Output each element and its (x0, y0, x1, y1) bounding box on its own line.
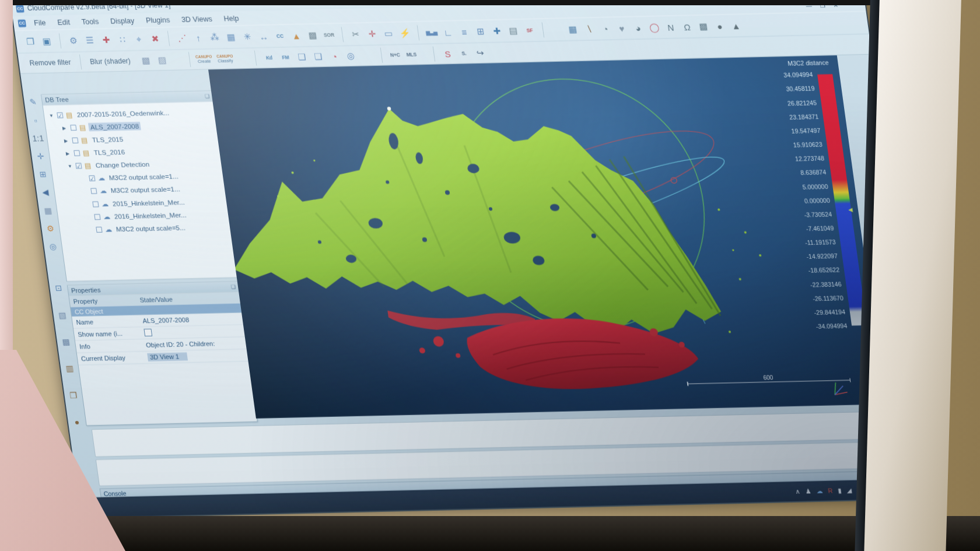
merge-icon[interactable]: ✚ (98, 33, 114, 47)
point-list-icon[interactable]: ▫ (29, 115, 43, 125)
sample-points-icon[interactable]: ⁂ (206, 30, 223, 44)
one-to-one-zoom-icon[interactable]: 1:1 (31, 133, 45, 143)
property-column-label: Property (69, 296, 138, 305)
properties-list-icon[interactable]: ☰ (82, 33, 98, 47)
menu-file[interactable]: File (29, 17, 51, 28)
point-picking-icon[interactable]: ∷ (114, 32, 131, 47)
histogram-icon[interactable]: ▆▃▅ (424, 25, 440, 40)
animation-runner-icon[interactable]: ⚡ (397, 26, 413, 40)
grid-icon[interactable]: ▤ (505, 23, 522, 38)
report-doc-icon[interactable]: ❏ (310, 49, 326, 64)
pencil-tool-icon[interactable]: ✎ (26, 97, 40, 107)
lamp-icon[interactable]: Ω (679, 19, 695, 34)
blur-shader-button[interactable]: Blur (shader) (83, 55, 137, 68)
n-plus-c-icon[interactable]: N+C (387, 47, 403, 62)
segment-toolbar-group: ✂✛▭⚡ (345, 26, 415, 42)
r-app-icon[interactable]: R (828, 487, 834, 494)
clone-icon[interactable]: CC (272, 29, 288, 43)
name-value[interactable]: ALS_2007-2008 (140, 315, 244, 324)
m3c2-s-icon[interactable]: S (439, 46, 456, 61)
export-doc-icon[interactable]: ❏ (293, 50, 310, 64)
clipping-box-icon[interactable]: ▭ (380, 26, 397, 41)
expand-arrow-icon[interactable]: ▶ (65, 150, 74, 156)
globe-icon[interactable]: ◎ (342, 48, 359, 63)
textured-cube-icon[interactable]: ▥ (62, 363, 76, 374)
cone-primitive-icon[interactable]: ▲ (288, 28, 304, 43)
wire-cube-icon[interactable]: ▧ (55, 310, 69, 320)
profile-icon[interactable]: ∟ (440, 24, 456, 39)
remove-filter-button[interactable]: Remove filter (23, 56, 77, 69)
zoom-lens-icon[interactable]: ◎ (46, 241, 60, 251)
broom-icon[interactable]: ∖ (581, 22, 597, 36)
back-arrow-icon[interactable]: ◀ (38, 187, 52, 198)
pin-icon[interactable]: ❏ (230, 284, 236, 290)
menu-display[interactable]: Display (105, 15, 139, 26)
sor-filter-icon[interactable]: SOR (321, 27, 337, 42)
subsample-icon[interactable]: ✳ (239, 29, 256, 44)
edl-filter-icon[interactable]: ▨ (154, 52, 170, 67)
fit-lines-icon[interactable]: ≡ (456, 24, 473, 39)
pattern-match-icon[interactable]: ▩ (695, 19, 712, 33)
battery-icon[interactable]: ▮ (837, 486, 842, 494)
exit-plugin-icon[interactable]: ↪ (472, 45, 488, 60)
resize-icon[interactable]: ↔ (256, 29, 272, 43)
level-tool-icon[interactable]: ⊞ (36, 169, 50, 180)
menu-plugins[interactable]: Plugins (141, 15, 175, 26)
open-icon[interactable]: ❐ (22, 34, 38, 48)
save-icon[interactable]: ▣ (38, 34, 55, 48)
toolbar-separator (254, 51, 257, 66)
film-icon[interactable]: ▦ (565, 22, 581, 36)
sphere-icon[interactable]: ◕ (630, 20, 646, 35)
cube-view-icon[interactable]: ▦ (41, 205, 55, 215)
pivot-icon[interactable]: ✛ (33, 151, 47, 162)
folder-icon: ▤ (80, 136, 91, 144)
rasterize-icon[interactable]: ⊞ (473, 24, 489, 38)
settings-gear-icon[interactable]: ⚙ (43, 223, 57, 233)
red-ellipse-icon[interactable]: ◯ (646, 20, 663, 34)
delete-icon[interactable]: ✖ (147, 31, 163, 46)
add-icon[interactable]: ✚ (489, 23, 505, 38)
normals-n-icon[interactable]: N (663, 20, 679, 34)
interactive-transform-icon[interactable]: ✛ (364, 26, 380, 41)
compute-normals-icon[interactable]: ↑ (190, 30, 206, 45)
expand-arrow-icon[interactable]: ▼ (48, 113, 57, 118)
facets-icon[interactable]: FM (277, 50, 293, 65)
network-icon[interactable]: ◢ (846, 486, 852, 494)
register-icon[interactable]: ⌖ (131, 31, 147, 46)
kdtree-icon[interactable]: Kd (261, 50, 277, 65)
octree-icon[interactable]: ▦ (223, 30, 239, 44)
menu-edit[interactable]: Edit (52, 17, 75, 28)
trace-polyline-icon[interactable]: ⋰ (174, 31, 190, 45)
box-stack-icon[interactable]: ❒ (66, 390, 80, 401)
hidden-icons-chevron[interactable]: ∧ (795, 487, 801, 495)
menu-help[interactable]: Help (218, 13, 244, 24)
panel-grid-icon[interactable]: ⊡ (51, 283, 65, 293)
color-wheel-icon[interactable]: ◔ (326, 49, 342, 64)
3d-viewport[interactable]: M3C2 distance 34.09499430.45811926.82124… (208, 55, 885, 419)
canupo-create-button[interactable]: CANUPO Create (192, 53, 215, 65)
expand-arrow-icon[interactable]: ▶ (64, 138, 72, 143)
current-display-select[interactable]: 3D View 1 (147, 352, 188, 362)
cloud-sync-icon[interactable]: ☁ (816, 487, 824, 494)
mls-icon[interactable]: MLS (403, 47, 419, 62)
pin-icon[interactable]: ❏ (204, 93, 209, 99)
canupo-classify-button[interactable]: CANUPO Classify (214, 52, 236, 65)
hex-icon[interactable]: ● (712, 19, 728, 33)
sf-colors-icon[interactable]: SF (522, 23, 538, 37)
menu-3d-views[interactable]: 3D Views (176, 13, 218, 25)
m3c2-s2-icon[interactable]: S. (456, 46, 472, 61)
points-icon[interactable]: ● (70, 416, 84, 427)
checkerboard-icon[interactable]: ▩ (304, 28, 321, 43)
compass-icon[interactable]: ◔ (597, 21, 614, 36)
cone-dark-icon[interactable]: ▲ (728, 18, 744, 33)
menu-tools[interactable]: Tools (76, 16, 104, 27)
apply-transformation-icon[interactable]: ⚙ (65, 33, 82, 48)
show-name-checkbox[interactable] (144, 328, 152, 336)
ssao-filter-icon[interactable]: ▩ (138, 53, 154, 68)
expand-arrow-icon[interactable]: ▶ (62, 125, 70, 130)
expand-arrow-icon[interactable]: ▼ (67, 163, 75, 169)
shield-icon[interactable]: ♥ (614, 20, 630, 35)
segment-scissors-icon[interactable]: ✂ (348, 27, 364, 41)
user-icon[interactable]: ♟ (805, 487, 812, 495)
shaded-cube-icon[interactable]: ▩ (59, 336, 73, 347)
